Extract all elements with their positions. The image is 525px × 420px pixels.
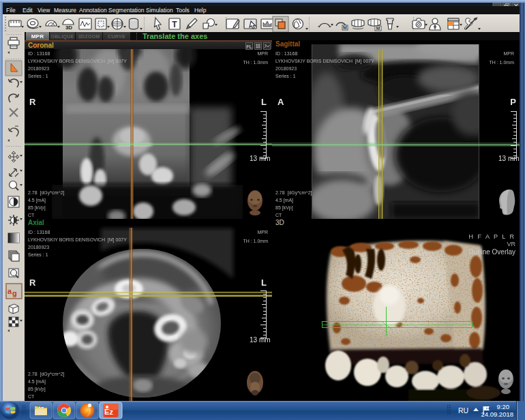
svg-text:T: T [172, 20, 177, 29]
svg-text:3D: 3D [65, 25, 72, 31]
svg-text:9:20: 9:20 [497, 403, 510, 410]
svg-text:M: M [376, 26, 380, 31]
svg-text:Ez: Ez [104, 408, 113, 416]
svg-text:FL: FL [246, 44, 252, 49]
svg-text:M: M [343, 25, 347, 30]
svg-text:RU: RU [458, 406, 468, 415]
svg-text:g: g [12, 289, 17, 297]
svg-text:a: a [7, 287, 12, 295]
svg-text:24.09.2018: 24.09.2018 [481, 410, 513, 418]
